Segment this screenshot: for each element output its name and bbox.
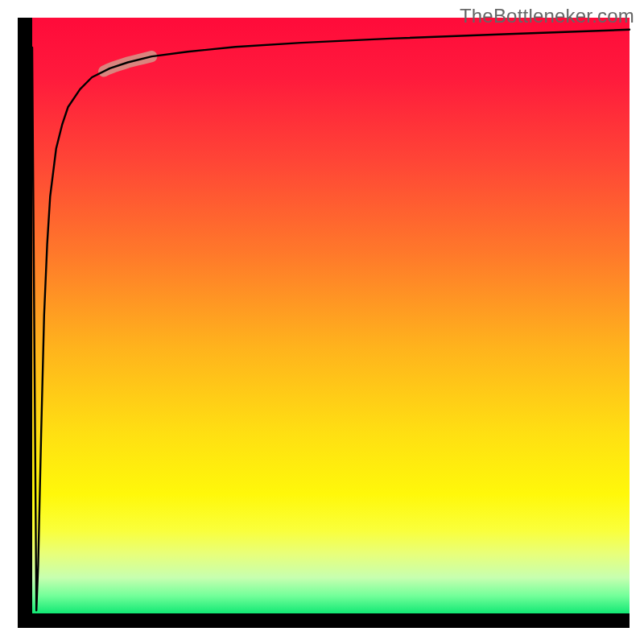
- bottleneck-curve: [32, 30, 630, 611]
- curve-layer: [32, 18, 630, 613]
- chart-stage: TheBottleneker.com: [0, 0, 644, 644]
- x-axis: [18, 613, 630, 628]
- watermark-text: TheBottleneker.com: [460, 5, 634, 27]
- y-axis: [18, 18, 32, 626]
